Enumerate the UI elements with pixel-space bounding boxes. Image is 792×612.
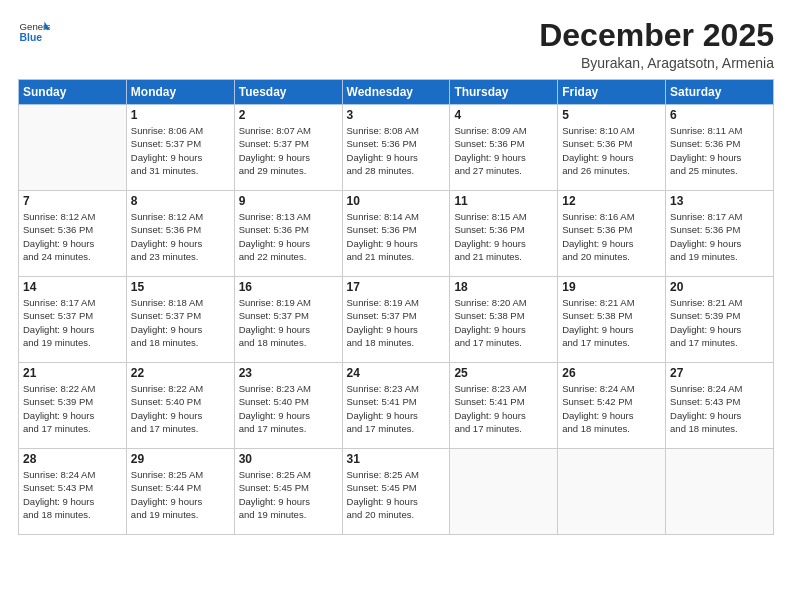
day-info: Sunrise: 8:17 AMSunset: 5:37 PMDaylight:… [23, 296, 122, 349]
day-number: 20 [670, 280, 769, 294]
calendar-cell-2-0: 14Sunrise: 8:17 AMSunset: 5:37 PMDayligh… [19, 277, 127, 363]
daylight-line2: and 26 minutes. [562, 165, 630, 176]
daylight-line1: Daylight: 9 hours [454, 152, 525, 163]
weekday-header-row: Sunday Monday Tuesday Wednesday Thursday… [19, 80, 774, 105]
logo: General Blue [18, 18, 50, 46]
sunset-text: Sunset: 5:36 PM [562, 138, 632, 149]
sunset-text: Sunset: 5:43 PM [670, 396, 740, 407]
daylight-line1: Daylight: 9 hours [347, 496, 418, 507]
calendar-week-1: 7Sunrise: 8:12 AMSunset: 5:36 PMDaylight… [19, 191, 774, 277]
calendar-cell-3-6: 27Sunrise: 8:24 AMSunset: 5:43 PMDayligh… [666, 363, 774, 449]
sunrise-text: Sunrise: 8:20 AM [454, 297, 526, 308]
page: General Blue December 2025 Byurakan, Ara… [0, 0, 792, 612]
day-info: Sunrise: 8:08 AMSunset: 5:36 PMDaylight:… [347, 124, 446, 177]
daylight-line2: and 18 minutes. [562, 423, 630, 434]
sunrise-text: Sunrise: 8:25 AM [239, 469, 311, 480]
daylight-line1: Daylight: 9 hours [239, 152, 310, 163]
sunset-text: Sunset: 5:39 PM [670, 310, 740, 321]
sunset-text: Sunset: 5:42 PM [562, 396, 632, 407]
day-number: 12 [562, 194, 661, 208]
daylight-line1: Daylight: 9 hours [131, 496, 202, 507]
calendar-cell-4-6 [666, 449, 774, 535]
sunset-text: Sunset: 5:38 PM [454, 310, 524, 321]
day-number: 23 [239, 366, 338, 380]
daylight-line2: and 21 minutes. [347, 251, 415, 262]
sunset-text: Sunset: 5:37 PM [131, 310, 201, 321]
sunset-text: Sunset: 5:45 PM [347, 482, 417, 493]
day-info: Sunrise: 8:12 AMSunset: 5:36 PMDaylight:… [131, 210, 230, 263]
day-number: 11 [454, 194, 553, 208]
day-info: Sunrise: 8:20 AMSunset: 5:38 PMDaylight:… [454, 296, 553, 349]
sunrise-text: Sunrise: 8:21 AM [562, 297, 634, 308]
daylight-line2: and 19 minutes. [239, 509, 307, 520]
daylight-line1: Daylight: 9 hours [454, 324, 525, 335]
daylight-line1: Daylight: 9 hours [670, 410, 741, 421]
header-sunday: Sunday [19, 80, 127, 105]
calendar-cell-1-3: 10Sunrise: 8:14 AMSunset: 5:36 PMDayligh… [342, 191, 450, 277]
day-info: Sunrise: 8:07 AMSunset: 5:37 PMDaylight:… [239, 124, 338, 177]
calendar-cell-2-2: 16Sunrise: 8:19 AMSunset: 5:37 PMDayligh… [234, 277, 342, 363]
sunset-text: Sunset: 5:40 PM [239, 396, 309, 407]
day-number: 10 [347, 194, 446, 208]
day-info: Sunrise: 8:23 AMSunset: 5:41 PMDaylight:… [347, 382, 446, 435]
sunrise-text: Sunrise: 8:23 AM [454, 383, 526, 394]
day-number: 29 [131, 452, 230, 466]
sunrise-text: Sunrise: 8:13 AM [239, 211, 311, 222]
sunrise-text: Sunrise: 8:14 AM [347, 211, 419, 222]
daylight-line2: and 27 minutes. [454, 165, 522, 176]
sunset-text: Sunset: 5:41 PM [454, 396, 524, 407]
month-title: December 2025 [539, 18, 774, 53]
calendar-cell-2-3: 17Sunrise: 8:19 AMSunset: 5:37 PMDayligh… [342, 277, 450, 363]
header-friday: Friday [558, 80, 666, 105]
sunset-text: Sunset: 5:40 PM [131, 396, 201, 407]
daylight-line2: and 18 minutes. [239, 337, 307, 348]
sunset-text: Sunset: 5:37 PM [131, 138, 201, 149]
daylight-line2: and 24 minutes. [23, 251, 91, 262]
daylight-line2: and 17 minutes. [454, 423, 522, 434]
calendar-cell-4-0: 28Sunrise: 8:24 AMSunset: 5:43 PMDayligh… [19, 449, 127, 535]
daylight-line1: Daylight: 9 hours [454, 238, 525, 249]
sunset-text: Sunset: 5:36 PM [670, 138, 740, 149]
calendar-cell-0-1: 1Sunrise: 8:06 AMSunset: 5:37 PMDaylight… [126, 105, 234, 191]
header-saturday: Saturday [666, 80, 774, 105]
day-info: Sunrise: 8:18 AMSunset: 5:37 PMDaylight:… [131, 296, 230, 349]
day-info: Sunrise: 8:25 AMSunset: 5:44 PMDaylight:… [131, 468, 230, 521]
daylight-line1: Daylight: 9 hours [670, 324, 741, 335]
sunset-text: Sunset: 5:45 PM [239, 482, 309, 493]
calendar-week-0: 1Sunrise: 8:06 AMSunset: 5:37 PMDaylight… [19, 105, 774, 191]
sunrise-text: Sunrise: 8:12 AM [23, 211, 95, 222]
day-number: 14 [23, 280, 122, 294]
sunrise-text: Sunrise: 8:11 AM [670, 125, 742, 136]
sunrise-text: Sunrise: 8:22 AM [23, 383, 95, 394]
day-info: Sunrise: 8:25 AMSunset: 5:45 PMDaylight:… [239, 468, 338, 521]
title-block: December 2025 Byurakan, Aragatsotn, Arme… [539, 18, 774, 71]
calendar-cell-4-5 [558, 449, 666, 535]
day-info: Sunrise: 8:13 AMSunset: 5:36 PMDaylight:… [239, 210, 338, 263]
daylight-line1: Daylight: 9 hours [239, 238, 310, 249]
day-info: Sunrise: 8:25 AMSunset: 5:45 PMDaylight:… [347, 468, 446, 521]
calendar-table: Sunday Monday Tuesday Wednesday Thursday… [18, 79, 774, 535]
calendar-cell-3-0: 21Sunrise: 8:22 AMSunset: 5:39 PMDayligh… [19, 363, 127, 449]
calendar-cell-0-5: 5Sunrise: 8:10 AMSunset: 5:36 PMDaylight… [558, 105, 666, 191]
daylight-line1: Daylight: 9 hours [347, 238, 418, 249]
day-number: 27 [670, 366, 769, 380]
day-number: 6 [670, 108, 769, 122]
sunset-text: Sunset: 5:37 PM [239, 138, 309, 149]
day-number: 25 [454, 366, 553, 380]
day-info: Sunrise: 8:23 AMSunset: 5:40 PMDaylight:… [239, 382, 338, 435]
daylight-line2: and 23 minutes. [131, 251, 199, 262]
calendar-cell-3-1: 22Sunrise: 8:22 AMSunset: 5:40 PMDayligh… [126, 363, 234, 449]
day-number: 9 [239, 194, 338, 208]
calendar-cell-4-4 [450, 449, 558, 535]
day-info: Sunrise: 8:22 AMSunset: 5:39 PMDaylight:… [23, 382, 122, 435]
daylight-line2: and 29 minutes. [239, 165, 307, 176]
calendar-cell-1-4: 11Sunrise: 8:15 AMSunset: 5:36 PMDayligh… [450, 191, 558, 277]
sunrise-text: Sunrise: 8:23 AM [347, 383, 419, 394]
daylight-line2: and 22 minutes. [239, 251, 307, 262]
calendar-cell-1-2: 9Sunrise: 8:13 AMSunset: 5:36 PMDaylight… [234, 191, 342, 277]
day-number: 19 [562, 280, 661, 294]
calendar-cell-2-6: 20Sunrise: 8:21 AMSunset: 5:39 PMDayligh… [666, 277, 774, 363]
calendar-cell-0-0 [19, 105, 127, 191]
day-info: Sunrise: 8:24 AMSunset: 5:43 PMDaylight:… [670, 382, 769, 435]
day-number: 13 [670, 194, 769, 208]
